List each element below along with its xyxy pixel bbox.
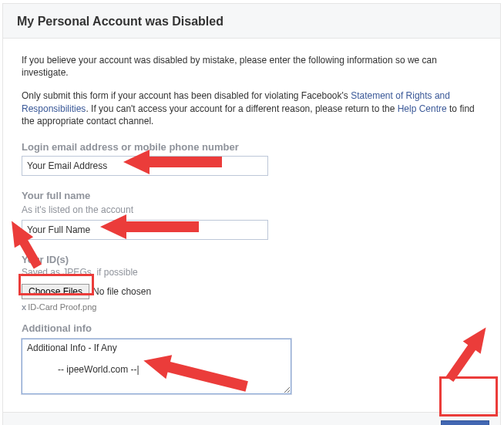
name-field-group: Your full name As it's listed on the acc… (22, 190, 482, 251)
name-label: Your full name (22, 190, 482, 201)
email-label: Login email address or mobile phone numb… (22, 141, 482, 153)
choose-files-button[interactable]: Choose Files (22, 284, 89, 299)
name-sublabel: As it's listed on the account (22, 204, 482, 215)
name-input[interactable] (22, 220, 268, 240)
ids-sublabel: Saved as JPEGs, if possible (22, 267, 482, 278)
chosen-file-name: ID-Card Proof.png (28, 302, 96, 312)
email-input[interactable] (22, 156, 268, 176)
remove-file-icon[interactable]: x (22, 302, 26, 312)
file-status-text: No file chosen (92, 286, 151, 297)
send-button[interactable]: Send (441, 420, 489, 425)
ids-field-group: Your ID(s) Saved as JPEGs, if possible C… (22, 254, 482, 312)
email-field-group: Login email address or mobile phone numb… (22, 141, 482, 187)
intro-text-2a: Only submit this form if your account ha… (22, 90, 351, 101)
additional-info-textarea[interactable] (22, 339, 291, 394)
chosen-file-row: xID-Card Proof.png (22, 302, 482, 312)
panel-header: My Personal Account was Disabled (3, 4, 500, 39)
intro-paragraph-2: Only submit this form if your account ha… (22, 89, 482, 127)
intro-paragraph-1: If you believe your account was disabled… (22, 54, 482, 79)
additional-info-group: Additional info (22, 322, 482, 396)
panel-body: If you believe your account was disabled… (3, 39, 500, 412)
page-title: My Personal Account was Disabled (17, 15, 486, 29)
intro-text-2b: . If you can't access your account for a… (86, 103, 397, 114)
help-centre-link[interactable]: Help Centre (398, 103, 447, 114)
form-panel: My Personal Account was Disabled If you … (2, 3, 501, 425)
panel-footer: Send (3, 412, 500, 425)
additional-info-label: Additional info (22, 322, 482, 334)
ids-label: Your ID(s) (22, 254, 482, 265)
